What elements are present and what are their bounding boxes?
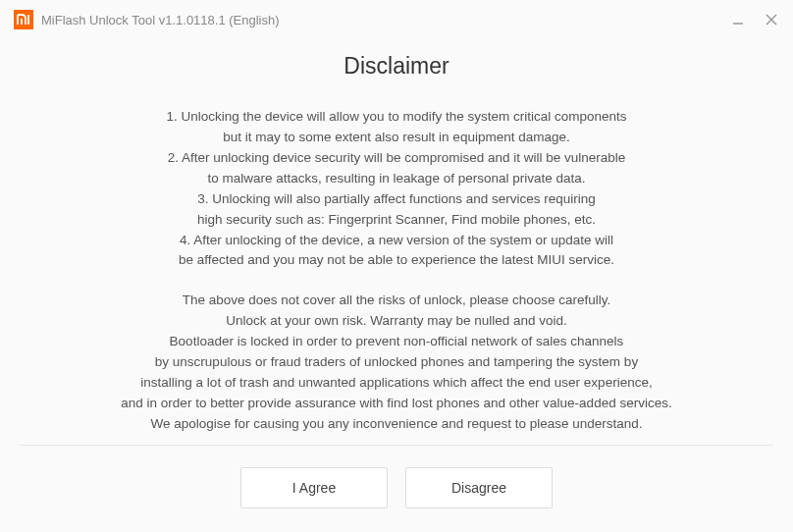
disclaimer-line: We apologise for causing you any inconve… [39,414,754,435]
disclaimer-line: Bootloader is locked in order to prevent… [39,332,754,352]
titlebar: MiFlash Unlock Tool v1.1.0118.1 (English… [0,0,793,35]
disclaimer-line: to malware attacks, resulting in leakage… [39,169,754,189]
mi-logo-icon [14,10,33,29]
disclaimer-line: by unscrupulous or fraud traders of unlo… [39,352,754,373]
disclaimer-line: Unlock at your own risk. Warranty may be… [39,311,754,332]
close-button[interactable] [764,12,779,27]
disclaimer-body: 1. Unlocking the device will allow you t… [39,107,754,435]
page-title: Disclaimer [39,53,754,80]
window-title: MiFlash Unlock Tool v1.1.0118.1 (English… [41,13,280,27]
divider [20,445,773,446]
disclaimer-line: and in order to better provide assurance… [39,394,754,414]
window-controls [730,12,779,27]
disagree-button[interactable]: Disagree [405,467,553,508]
disclaimer-line: 4. After unlocking of the device, a new … [39,231,754,251]
disclaimer-line: but it may to some extent also result in… [39,128,754,148]
agree-button[interactable]: I Agree [240,467,388,508]
disclaimer-line: installing a lot of trash and unwanted a… [39,373,754,394]
disclaimer-line: 1. Unlocking the device will allow you t… [39,107,754,128]
disclaimer-line: high security such as: Fingerprint Scann… [39,210,754,231]
disclaimer-line: 3. Unlocking will also partially affect … [39,189,754,210]
button-row: I Agree Disagree [0,467,793,508]
disclaimer-line: 2. After unlocking device security will … [39,148,754,169]
disclaimer-line: The above does not cover all the risks o… [39,291,754,311]
content-area: Disclaimer 1. Unlocking the device will … [0,35,793,435]
disclaimer-line: be affected and you may not be able to e… [39,250,754,271]
minimize-button[interactable] [730,12,746,27]
